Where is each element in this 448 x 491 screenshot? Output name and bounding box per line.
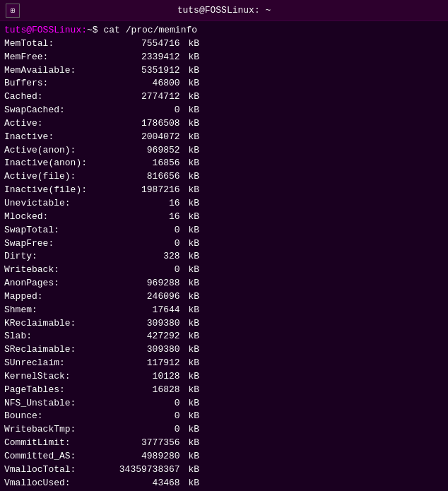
title-bar: ⊞ tuts@FOSSLinux: ~ [0,0,448,21]
table-row: Cached: 2774712 kB [4,90,444,104]
row-unit: kB [183,397,199,410]
row-unit: kB [183,290,199,304]
table-row: VmallocTotal: 34359738367 kB [4,463,444,477]
row-key: MemTotal: [4,37,114,51]
row-key: VmallocUsed: [4,477,114,490]
row-key: NFS_Unstable: [4,397,114,410]
row-key: Inactive(anon): [4,157,114,170]
row-key: PageTables: [4,384,114,397]
table-row: Dirty: 328 kB [4,250,444,264]
row-key: SwapCached: [4,104,114,117]
row-value: 246096 [114,290,180,304]
row-value: 969288 [114,277,180,290]
prompt-line: tuts@FOSSLinux:~$ cat /proc/meminfo [4,24,444,37]
table-row: Shmem: 17644 kB [4,304,444,317]
table-row: MemFree: 2339412 kB [4,51,444,64]
row-unit: kB [183,264,199,277]
prompt-user: tuts@FOSSLinux: [4,25,87,35]
row-unit: kB [183,437,199,450]
row-value: 0 [114,237,180,251]
terminal-icon[interactable]: ⊞ [6,4,20,18]
row-value: 34359738367 [114,463,180,477]
table-row: WritebackTmp: 0 kB [4,423,444,437]
row-unit: kB [183,157,199,170]
row-value: 10128 [114,370,180,384]
table-row: Active(file): 816656 kB [4,170,444,184]
table-row: PageTables: 16828 kB [4,384,444,397]
row-key: Buffers: [4,77,114,90]
row-key: Bounce: [4,410,114,423]
table-row: CommitLimit: 3777356 kB [4,437,444,450]
row-value: 4989280 [114,450,180,463]
row-unit: kB [183,477,199,490]
row-unit: kB [183,330,199,343]
row-key: SwapTotal: [4,224,114,237]
row-key: SwapFree: [4,237,114,251]
table-row: AnonPages: 969288 kB [4,277,444,290]
table-row: Committed_AS: 4989280 kB [4,450,444,463]
row-unit: kB [183,237,199,251]
table-row: SUnreclaim: 117912 kB [4,357,444,370]
row-value: 309380 [114,343,180,357]
row-unit: kB [183,410,199,423]
row-value: 2339412 [114,51,180,64]
row-unit: kB [183,170,199,184]
row-key: Writeback: [4,264,114,277]
row-unit: kB [183,384,199,397]
row-unit: kB [183,370,199,384]
row-unit: kB [183,343,199,357]
table-row: MemAvailable: 5351912 kB [4,64,444,78]
row-key: SUnreclaim: [4,357,114,370]
row-value: 1987216 [114,184,180,197]
row-key: KReclaimable: [4,317,114,331]
row-value: 0 [114,397,180,410]
table-row: Mapped: 246096 kB [4,290,444,304]
row-value: 2774712 [114,90,180,104]
table-row: Active: 1786508 kB [4,117,444,131]
row-value: 16828 [114,384,180,397]
row-key: Inactive: [4,131,114,144]
row-unit: kB [183,423,199,437]
row-value: 16 [114,211,180,224]
row-unit: kB [183,463,199,477]
table-row: Buffers: 46800 kB [4,77,444,90]
row-value: 17644 [114,304,180,317]
row-key: Shmem: [4,304,114,317]
row-value: 0 [114,264,180,277]
row-unit: kB [183,211,199,224]
table-row: KReclaimable: 309380 kB [4,317,444,331]
table-row: SwapCached: 0 kB [4,104,444,117]
row-value: 0 [114,224,180,237]
row-unit: kB [183,144,199,158]
row-value: 7554716 [114,37,180,51]
row-unit: kB [183,64,199,78]
row-key: WritebackTmp: [4,423,114,437]
table-row: NFS_Unstable: 0 kB [4,397,444,410]
row-key: SReclaimable: [4,343,114,357]
row-value: 0 [114,423,180,437]
row-unit: kB [183,450,199,463]
table-row: Active(anon): 969852 kB [4,144,444,158]
row-unit: kB [183,197,199,211]
row-value: 969852 [114,144,180,158]
row-value: 117912 [114,357,180,370]
row-key: Inactive(file): [4,184,114,197]
table-row: Inactive(anon): 16856 kB [4,157,444,170]
table-row: Mlocked: 16 kB [4,211,444,224]
row-key: Active(anon): [4,144,114,158]
row-key: Committed_AS: [4,450,114,463]
meminfo-table: MemTotal: 7554716 kBMemFree: 2339412 kBM… [4,37,444,491]
row-key: Cached: [4,90,114,104]
row-key: Mlocked: [4,211,114,224]
row-key: Slab: [4,330,114,343]
row-unit: kB [183,37,199,51]
window-title: tuts@FOSSLinux: ~ [177,5,271,16]
row-key: VmallocTotal: [4,463,114,477]
row-key: MemAvailable: [4,64,114,78]
row-key: CommitLimit: [4,437,114,450]
row-value: 46800 [114,77,180,90]
row-value: 816656 [114,170,180,184]
table-row: Inactive: 2004072 kB [4,131,444,144]
row-key: Mapped: [4,290,114,304]
table-row: SwapTotal: 0 kB [4,224,444,237]
